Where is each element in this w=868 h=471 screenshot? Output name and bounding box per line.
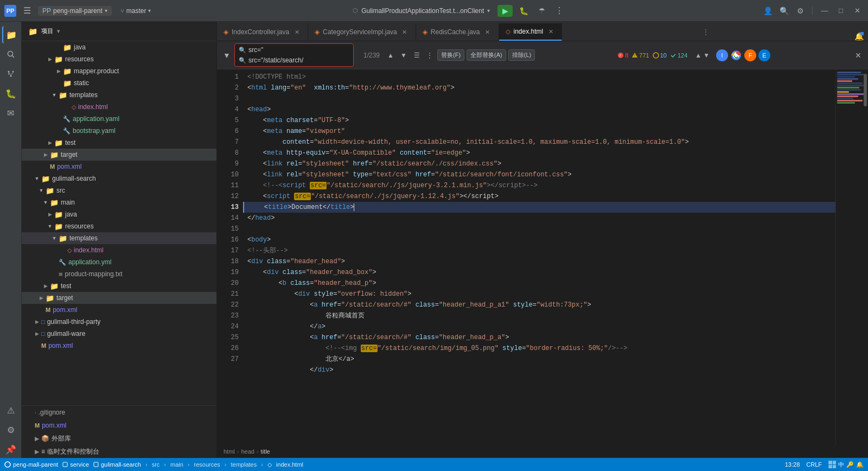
tree-item-bootstrap-yaml[interactable]: 🔧 bootstrap.yaml (22, 125, 216, 137)
status-icon-1[interactable]: 🔑 (846, 461, 854, 468)
java-icon: ◈ (423, 28, 427, 36)
breadcrumb-title[interactable]: title (261, 448, 270, 455)
tree-item-resources[interactable]: ▶ 📁 resources (22, 53, 216, 65)
coverage-button[interactable]: ☂ (534, 5, 550, 17)
tree-item-templates-selected[interactable]: ▼ 📁 templates (22, 232, 216, 244)
tree-item-scratch[interactable]: ▶ ≡ 临时文件和控制台 (22, 445, 216, 458)
activity-git[interactable] (2, 65, 20, 82)
tree-item-external-libs[interactable]: ▶ 📦 外部库 (22, 432, 216, 445)
tree-item-index-html-2[interactable]: ◇ index.html (22, 244, 216, 256)
status-grid-icon[interactable] (828, 461, 836, 468)
tree-item-index-html-1[interactable]: ◇ index.html (22, 101, 216, 113)
branch-selector[interactable]: ⑂ master ▾ (116, 6, 156, 16)
tree-arrow (54, 43, 63, 52)
status-position[interactable]: 13:28 (785, 461, 800, 468)
activity-explorer[interactable]: 📁 (2, 26, 20, 43)
replace-btn[interactable]: 替换(F) (437, 49, 464, 61)
status-module[interactable]: gulimall-search (93, 461, 141, 468)
tree-item-target-1[interactable]: ▶ 📁 target (22, 149, 216, 161)
activity-pin[interactable]: 📌 (2, 441, 20, 458)
tree-item-pom-root[interactable]: M pom.xml (22, 419, 216, 432)
tab-close-btn[interactable]: ✕ (292, 28, 301, 36)
firefox-icon[interactable]: F (744, 49, 756, 61)
tree-item-main[interactable]: ▼ 📁 main (22, 196, 216, 208)
more-options[interactable]: ⋮ (555, 5, 564, 16)
down-arrow-btn[interactable]: ▼ (703, 52, 710, 59)
tree-item-templates-1[interactable]: ▼ 📁 templates (22, 89, 216, 101)
minimize-button[interactable]: — (818, 4, 831, 17)
scrollbar-thumb[interactable] (864, 74, 867, 106)
search-icon[interactable]: 🔍 (777, 4, 790, 17)
tab-category-service[interactable]: ◈ CategoryServiceImpl.java ✕ (308, 23, 416, 41)
maximize-button[interactable]: □ (834, 4, 847, 17)
search-next-btn[interactable]: ▼ (398, 50, 409, 61)
tab-more-btn[interactable]: ⋮ (698, 23, 713, 41)
titlebar-actions: 👤 🔍 ⚙ — □ ✕ (761, 4, 864, 17)
tree-arrow (59, 246, 67, 254)
tab-close-btn[interactable]: ✕ (546, 27, 555, 36)
tree-item-product-mapping[interactable]: ≡ product-mapping.txt (22, 268, 216, 280)
activity-debug[interactable]: 🐛 (2, 85, 20, 102)
up-arrow-btn[interactable]: ▲ (695, 52, 701, 59)
minimap (835, 69, 868, 445)
search-expand-btn[interactable]: ▼ (221, 50, 232, 61)
code-editor[interactable]: <!DOCTYPE html> <html lang="en" xmlns:th… (243, 69, 835, 445)
breadcrumb-head[interactable]: head (241, 448, 254, 455)
edge-icon[interactable]: E (758, 49, 770, 61)
browser-icon-1[interactable]: I (716, 49, 728, 61)
tree-item-mapper[interactable]: ▶ 📁 mapper.product (22, 65, 216, 77)
tree-item-target-2[interactable]: ▶ 📁 target (22, 292, 216, 304)
replace-all-btn[interactable]: 全部替换(A) (467, 49, 506, 61)
tab-index-controller[interactable]: ◈ IndexController.java ✕ (217, 23, 308, 41)
tab-close-btn[interactable]: ✕ (400, 28, 409, 36)
tab-index-html[interactable]: ◇ index.html ✕ (499, 23, 563, 41)
tree-item-gulimall-third[interactable]: ▶ □ gulimall-third-party (22, 316, 216, 328)
tree-item-resources-2[interactable]: ▼ 📁 resources (22, 220, 216, 232)
tree-item-pom-3[interactable]: M pom.xml (22, 340, 216, 352)
activity-problems[interactable]: ⚠ (2, 402, 20, 419)
status-service[interactable]: service (62, 461, 89, 468)
tree-item-gitignore[interactable]: · .gitignore (22, 406, 216, 419)
tree-item-test-2[interactable]: ▶ 📁 test (22, 280, 216, 292)
notifications-icon[interactable]: 🔔 (854, 32, 864, 41)
run-button[interactable]: ▶ (497, 5, 513, 17)
tree-item-application-yml[interactable]: 🔧 application.yml (22, 256, 216, 268)
tab-close-btn[interactable]: ✕ (483, 28, 492, 36)
tree-item-gulimall-search[interactable]: ▼ 📁 gulimall-search (22, 173, 216, 184)
tree-item-gulimall-ware[interactable]: ▶ □ gulimall-ware (22, 328, 216, 340)
tab-redis-cache[interactable]: ◈ RedisCache.java ✕ (416, 23, 499, 41)
menu-button[interactable]: ☰ (21, 4, 34, 17)
activity-plugins[interactable]: ✉ (2, 104, 20, 122)
status-encoding[interactable]: CRLF (806, 461, 822, 468)
activity-settings[interactable]: ⚙ (2, 421, 20, 438)
status-lang[interactable]: 中 (838, 461, 844, 469)
search-filter-btn[interactable]: ☰ (411, 50, 422, 61)
user-icon[interactable]: 👤 (761, 4, 774, 17)
tree-arrow (37, 305, 46, 314)
breadcrumb-html[interactable]: html (224, 448, 235, 455)
tree-item-test-1[interactable]: ▶ 📁 test (22, 137, 216, 149)
editor-area: ◈ IndexController.java ✕ ◈ CategoryServi… (217, 22, 868, 458)
search-close-btn[interactable]: ✕ (853, 50, 864, 61)
settings-icon[interactable]: ⚙ (794, 4, 807, 17)
tree-item-java-2[interactable]: ▶ 📁 java (22, 208, 216, 220)
replace-actions: 替换(F) 全部替换(A) 排除(L) (437, 49, 535, 61)
tree-item-pom-1[interactable]: M pom.xml (22, 161, 216, 173)
tree-item-java[interactable]: 📁 java (22, 41, 216, 53)
status-project[interactable]: peng-mall-parent (4, 461, 58, 468)
tree-item-application-yaml[interactable]: 🔧 application.yaml (22, 113, 216, 125)
debug-button[interactable]: 🐛 (516, 5, 531, 17)
tree-arrow (33, 341, 41, 350)
status-icon-2[interactable]: 🔔 (856, 461, 864, 468)
exclude-btn[interactable]: 排除(L) (508, 49, 535, 61)
tree-item-pom-2[interactable]: M pom.xml (22, 304, 216, 316)
close-button[interactable]: ✕ (851, 4, 864, 17)
search-settings-btn[interactable]: ⋮ (424, 50, 435, 61)
activity-search[interactable] (2, 46, 20, 63)
project-selector[interactable]: PP peng-mall-parent ▾ (38, 6, 112, 16)
status-path3: resources (194, 461, 220, 468)
search-prev-btn[interactable]: ▲ (385, 50, 396, 61)
chrome-icon[interactable] (730, 49, 742, 61)
tree-item-src[interactable]: ▼ 📁 src (22, 184, 216, 196)
tree-item-static[interactable]: 📁 static (22, 77, 216, 89)
